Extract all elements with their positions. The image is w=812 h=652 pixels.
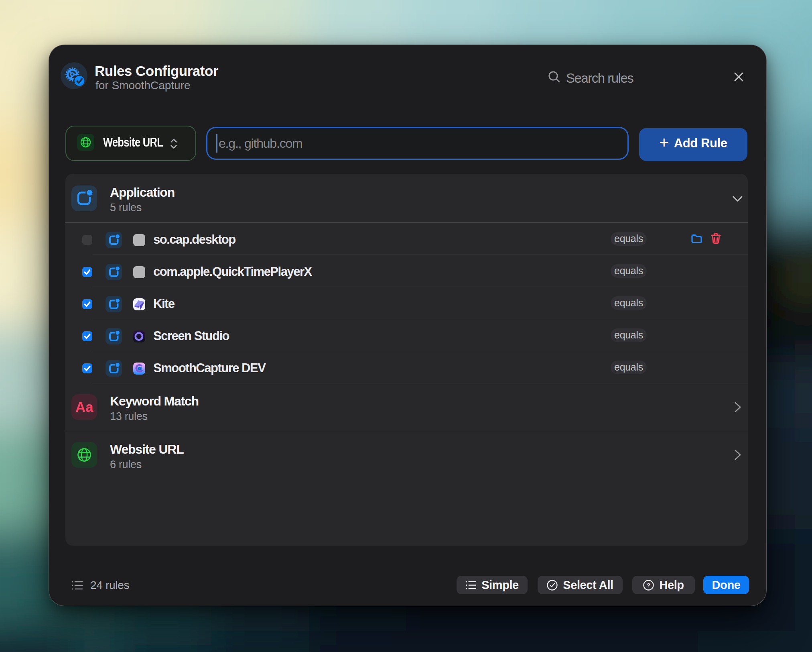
svg-text:?: ?	[647, 582, 650, 589]
svg-text:Aa: Aa	[75, 399, 93, 415]
